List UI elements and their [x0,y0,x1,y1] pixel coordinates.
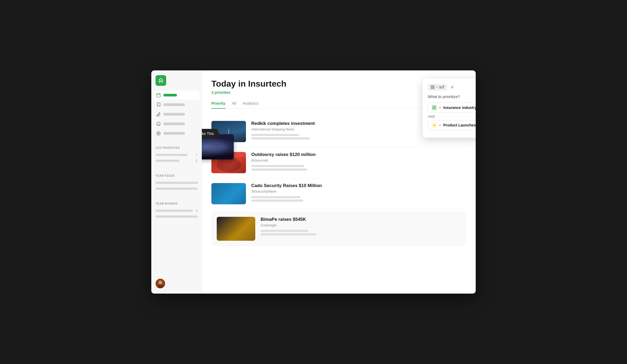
sidebar-item-boards[interactable] [153,129,199,138]
chevron-down-icon: ▾ [439,106,441,109]
article-bar [261,230,308,232]
svg-point-6 [158,133,159,134]
grid-icon [430,85,435,89]
sidebar-item-readlater[interactable] [153,100,199,109]
svg-rect-16 [433,108,434,109]
leo-icon [156,121,161,126]
team-boards-section: TEAM BOARDS 3 5 [151,198,202,222]
popover-question: What to prioritize? [428,94,476,99]
today-label [164,94,177,96]
filter-chip-insurance[interactable]: ▾ Insurance industry ✕ [428,103,476,113]
sidebar: LEO PRIORITIES 7 2 TEAM FEEDS 8 14 [151,70,202,294]
leo-priorities-section: LEO PRIORITIES 7 2 [151,142,202,166]
article-bar [251,137,310,139]
tab-priority[interactable]: Priority [211,101,225,109]
leo-priority-bar-2 [156,160,179,162]
iot-badge[interactable]: ▾ IoT [428,84,447,91]
svg-point-5 [157,132,160,135]
svg-rect-10 [431,86,432,87]
article-meta-2: Outdoorsy raises $120 million Bizjournal… [251,152,466,171]
today-icon [156,93,161,98]
svg-rect-11 [433,86,434,87]
tab-analytics[interactable]: Analytics [243,101,258,109]
boards-label [164,132,185,135]
team-feeds-title: TEAM FEEDS [156,174,197,177]
team-board-item-2[interactable]: 5 [156,214,197,219]
article-source-3: 36SecurityWeek [251,189,466,193]
svg-rect-15 [434,106,436,107]
tooltip-label: Less Like This [202,132,214,136]
app-logo[interactable] [156,75,166,86]
article-bars-2 [251,165,466,171]
svg-rect-14 [433,106,434,107]
filter-chip-product-launches[interactable]: ⚡ ▾ Product Launches ✕ [428,120,476,130]
article-title-bottom: BimaPe raises $545K [261,217,461,222]
sidebar-nav [151,91,202,138]
sidebar-item-leo[interactable] [153,119,199,128]
svg-rect-13 [433,87,434,89]
svg-rect-17 [434,108,436,109]
leo-priority-item-1[interactable]: 7 [156,152,197,158]
tab-all[interactable]: All [232,101,236,109]
sidebar-item-highlights[interactable] [153,110,199,119]
team-boards-title: TEAM BOARDS [156,202,197,205]
sidebar-item-today[interactable] [153,91,199,100]
article-meta-3: Cado Security Raises $10 Million 36Secur… [251,183,466,202]
readlater-icon [156,102,161,107]
leo-priorities-title: LEO PRIORITIES [156,146,197,149]
article-title-2: Outdoorsy raises $120 million [251,152,466,157]
team-feed-item-2[interactable]: 14 [156,186,197,192]
insurance-label: Insurance industry [443,105,476,110]
leo-priority-bar-1 [156,154,187,156]
article-thumb-3 [211,183,246,204]
svg-rect-0 [157,94,160,97]
article-item[interactable]: Cado Security Raises $10 Million 36Secur… [211,178,466,209]
filter-row-product-launches: ⚡ ▾ Product Launches ✕ + OR [428,120,476,130]
team-feed-count-1: 8 [196,181,197,184]
leo-priority-count-2: 2 [196,159,197,162]
article-title-3: Cado Security Raises $10 Million [251,183,466,188]
bolt-icon: ⚡ [432,123,436,127]
team-feed-bar-2 [156,188,194,190]
team-feed-bar-1 [156,182,195,184]
article-bars-3 [251,196,466,202]
leo-priority-item-2[interactable]: 2 [156,158,197,164]
prioritize-popover: ▾ IoT ✕ What to prioritize? ▾ [423,78,476,138]
leo-priority-count-1: 7 [196,153,197,156]
popover-close-button[interactable]: ✕ [449,84,455,90]
insurance-icon [432,105,436,110]
filter-row-insurance: ▾ Insurance industry ✕ + OR [428,103,476,113]
insurance-chip-icon [431,105,437,111]
article-bar [251,134,299,136]
team-board-bar-1 [156,210,193,212]
highlights-icon [156,112,161,117]
article-item[interactable]: Outdoorsy raises $120 million Bizjournal… [211,147,466,178]
readlater-label [164,103,185,106]
article-meta-bottom: BimaPe raises $545K Coverager [261,217,461,235]
iot-label: IoT [439,85,445,89]
article-bar [251,165,304,167]
team-feeds-section: TEAM FEEDS 8 14 [151,170,202,194]
feedly-logo-icon [158,78,164,83]
chevron-down-icon: ▾ [436,86,438,89]
team-feed-item-1[interactable]: 8 [156,180,197,186]
leo-label [164,122,185,125]
team-board-count-1: 3 [196,209,197,212]
article-source-2: Bizjournals [251,158,466,162]
less-like-this-tooltip: Less Like This [202,129,218,138]
user-avatar[interactable] [156,279,165,288]
article-bar [251,196,300,198]
and-divider: AND [428,115,476,118]
article-bar [261,233,316,235]
article-thumb-4 [217,217,255,241]
article-source-bottom: Coverager [261,223,461,227]
team-board-bar-2 [156,215,196,218]
product-launches-label: Product Launches [443,123,476,127]
article-card-bottom[interactable]: BimaPe raises $545K Coverager [211,211,466,246]
app-window: LEO PRIORITIES 7 2 TEAM FEEDS 8 14 [151,70,476,294]
svg-point-8 [158,281,162,284]
highlights-label [164,113,185,116]
team-feed-count-2: 14 [194,187,197,190]
popover-header: ▾ IoT ✕ [428,84,476,91]
team-board-item-1[interactable]: 3 [156,208,197,214]
